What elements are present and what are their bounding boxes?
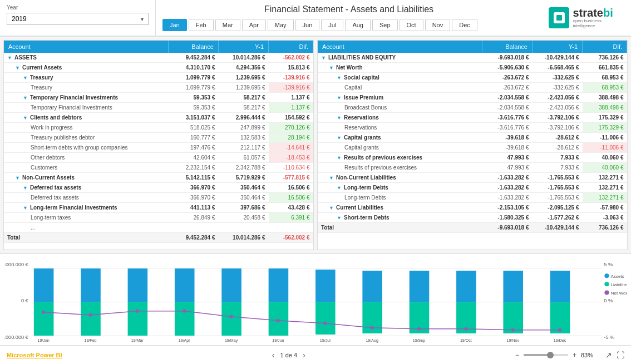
svg-text:0 €: 0 € [21, 298, 28, 303]
cell-y1: -28.612 € [533, 143, 583, 153]
expand-icon[interactable]: ▼ [23, 75, 28, 81]
zoom-plus-button[interactable]: + [573, 351, 576, 359]
tab-may[interactable]: May [268, 19, 294, 31]
cell-balance: 4.310.170 € [169, 63, 219, 73]
expand-icon[interactable]: ▼ [23, 185, 28, 191]
table-row: ▼Treasury1.099.779 €1.239.695 €-139.916 … [4, 73, 313, 83]
net-won-dot-aug [371, 326, 374, 330]
cell-account: ... [4, 223, 169, 233]
cell-account: ▼LIABILITIES AND EQUITY [318, 53, 482, 63]
expand-icon[interactable]: ▼ [329, 175, 334, 181]
table-row: ▼Results of previous exercises47.993 €7.… [318, 153, 627, 163]
cell-dif: 1.137 € [269, 93, 313, 103]
expand-icon[interactable]: ▼ [337, 115, 342, 121]
cell-y1 [219, 223, 269, 233]
cell-y1: 1.239.695 € [219, 73, 269, 83]
cell-balance: 3.151.037 € [169, 113, 219, 123]
next-page-arrow[interactable]: › [303, 351, 305, 360]
cell-y1: 20.458 € [219, 213, 269, 223]
cell-account: Long-term taxes [4, 213, 169, 223]
cell-label: Temporary Financial Investments [30, 94, 118, 101]
expand-icon[interactable]: ▼ [337, 155, 342, 161]
cell-account: Capital grants [318, 143, 482, 153]
table-row: ▼ASSETS9.452.284 €10.014.286 €-562.002 € [4, 53, 313, 63]
chevron-down-icon: ▾ [141, 16, 144, 22]
cell-label: Temporary Financial Investments [31, 104, 112, 111]
zoom-minus-button[interactable]: − [515, 351, 519, 359]
tab-sep[interactable]: Sep [372, 19, 398, 31]
zoom-thumb[interactable] [547, 352, 554, 358]
tab-jan[interactable]: Jan [162, 19, 187, 31]
cell-balance: -2.034.558 € [482, 93, 533, 103]
expand-icon[interactable]: ▼ [23, 115, 28, 121]
assets-bar-mar [128, 268, 148, 302]
cell-dif: -139.916 € [269, 73, 313, 83]
assets-table-container[interactable]: Account Balance Y-1 Dif. ▼ASSETS9.452.28… [3, 40, 314, 250]
cell-account: Customers [4, 163, 169, 173]
cell-label: Non-Current Assets [22, 174, 75, 181]
liab-bar-jun [269, 302, 289, 336]
net-won-dot-feb [88, 313, 92, 317]
tab-apr[interactable]: Apr [242, 19, 266, 31]
expand-icon[interactable]: ▼ [329, 205, 334, 211]
cell-account: Temporary Financial Investments [4, 103, 169, 113]
liab-col-dif: Dif. [583, 41, 627, 53]
cell-dif: 661.835 € [583, 63, 627, 73]
expand-icon[interactable]: ▼ [337, 135, 342, 141]
net-won-dot-mar [136, 310, 139, 313]
expand-icon[interactable]: ▼ [23, 95, 28, 101]
svg-text:Net Won: Net Won [611, 291, 627, 296]
cell-account: ▼Non-Current Assets [4, 173, 169, 183]
table-row: ▼Long-term Financial Investments441.113 … [4, 203, 313, 213]
svg-text:Assets: Assets [611, 274, 624, 279]
cell-label: Reservations [344, 114, 379, 121]
share-icon[interactable]: ↗ [605, 351, 612, 360]
expand-icon[interactable]: ▼ [23, 205, 28, 211]
tab-feb[interactable]: Feb [189, 19, 214, 31]
cell-y1: 10.014.286 € [219, 233, 269, 243]
cell-balance: -1.633.282 € [482, 173, 533, 183]
cell-dif: 16.506 € [269, 183, 313, 193]
tab-dec[interactable]: Dec [452, 19, 477, 31]
expand-icon[interactable]: ▼ [15, 65, 20, 71]
zoom-value: 83% [581, 352, 598, 358]
cell-account: ▼Long-term Debts [318, 183, 482, 193]
net-won-dot-apr [183, 310, 186, 313]
cell-label: Other debtors [31, 154, 65, 161]
cell-balance: 441.113 € [169, 203, 219, 213]
bottom-bar: Microsoft Power BI ‹ 1 de 4 › − + 83% ↗ … [0, 345, 631, 364]
expand-icon[interactable]: ▼ [337, 185, 342, 191]
zoom-slider[interactable] [524, 354, 568, 356]
expand-icon[interactable]: ▼ [321, 55, 326, 61]
expand-icon[interactable]: ▼ [329, 65, 334, 71]
tab-jul[interactable]: Jul [321, 19, 343, 31]
cell-account: Total [318, 223, 482, 233]
svg-text:10.000.000 €: 10.000.000 € [4, 262, 28, 267]
cell-label: Current Liabilities [336, 205, 383, 211]
expand-icon[interactable]: ▼ [337, 215, 342, 221]
net-won-dot-may [230, 315, 233, 318]
liabilities-table-container[interactable]: Account Balance Y-1 Dif. ▼LIABILITIES AN… [317, 40, 628, 250]
expand-icon[interactable]: ▼ [337, 95, 342, 101]
cell-label: Customers [31, 164, 57, 171]
page-navigation: ‹ 1 de 4 › [272, 351, 305, 360]
assets-bar-jan [34, 268, 54, 302]
cell-y1: 247.899 € [219, 123, 269, 133]
tab-mar[interactable]: Mar [215, 19, 240, 31]
cell-account: Results of previous exercises [318, 163, 482, 173]
year-select[interactable]: 2019 ▾ [7, 13, 149, 25]
tab-jun[interactable]: Jun [295, 19, 320, 31]
powerbi-link[interactable]: Microsoft Power BI [7, 352, 62, 358]
tab-nov[interactable]: Nov [425, 19, 451, 31]
expand-icon[interactable]: ▼ [15, 175, 20, 181]
assets-bar-aug [362, 271, 382, 302]
cell-label: ASSETS [14, 54, 37, 61]
expand-icon[interactable]: ▼ [7, 55, 12, 61]
tab-aug[interactable]: Aug [345, 19, 371, 31]
cell-dif: 270.126 € [269, 123, 313, 133]
prev-page-arrow[interactable]: ‹ [272, 351, 275, 360]
expand-icon[interactable]: ▼ [337, 75, 342, 81]
cell-y1: -3.792.106 € [533, 123, 583, 133]
fullscreen-icon[interactable]: ⛶ [617, 351, 624, 360]
tab-oct[interactable]: Oct [400, 19, 423, 31]
